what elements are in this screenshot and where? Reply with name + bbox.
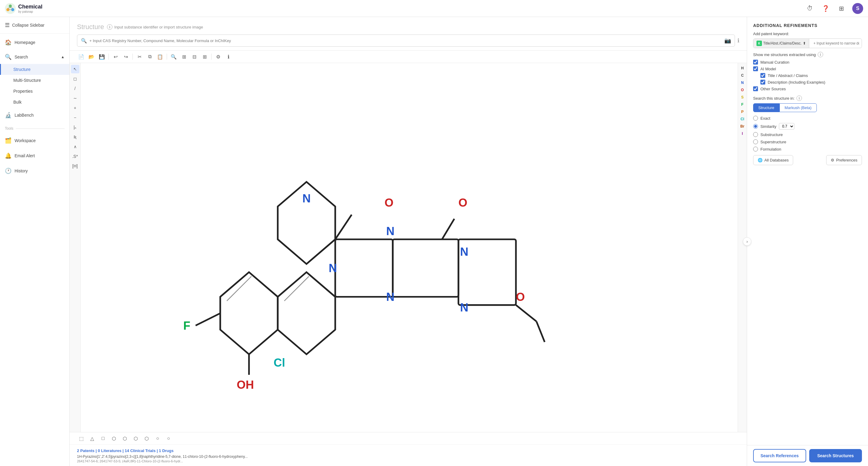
description-checkbox[interactable] [761, 80, 765, 85]
atom-o-btn[interactable]: O [739, 87, 746, 93]
copy-btn[interactable]: ⧉ [146, 53, 154, 61]
svg-text:N: N [386, 225, 394, 238]
search-references-btn[interactable]: Search References [753, 449, 806, 462]
atom-cl-btn[interactable]: Cl [739, 116, 746, 122]
save-btn[interactable]: 💾 [98, 53, 106, 61]
atom-btn[interactable]: ∧ [71, 143, 80, 151]
undo-btn[interactable]: ↩ [111, 53, 120, 61]
square-btn[interactable]: □ [99, 434, 107, 443]
heptagon-btn[interactable]: ⬡ [131, 434, 140, 443]
align-h-btn[interactable]: ⊟ [190, 53, 198, 61]
open-btn[interactable]: 📂 [87, 53, 96, 61]
atom-f-btn[interactable]: F [739, 101, 746, 108]
atom-n-btn[interactable]: N [739, 80, 746, 86]
structure-search-input[interactable] [89, 38, 722, 43]
atom-c-btn[interactable]: C [739, 72, 746, 79]
settings-btn[interactable]: ⚙ [214, 53, 222, 61]
search-input-wrap[interactable]: 🔍 📷 [77, 35, 735, 46]
zoom-out-btn[interactable]: − [71, 113, 80, 122]
triangle-btn[interactable]: △ [88, 434, 96, 443]
similarity-radio[interactable] [753, 124, 758, 129]
timer-icon[interactable]: ⏱ [805, 4, 815, 13]
preferences-btn[interactable]: ⚙ Preferences [826, 155, 862, 165]
sidebar-item-homepage[interactable]: 🏠 Homepage [0, 35, 69, 50]
pentagon-btn[interactable]: ⬡ [110, 434, 118, 443]
circle-btn[interactable]: ○ [153, 434, 162, 443]
apps-icon[interactable]: ⊞ [836, 4, 846, 13]
collapse-sidebar-btn[interactable]: ☰ Collapse Sidebar [0, 17, 69, 34]
sidebar-item-multi-structure[interactable]: Multi-Structure [0, 75, 69, 86]
zoom-in-btn[interactable]: + [71, 104, 80, 112]
cut-btn[interactable]: ✂ [135, 53, 144, 61]
search-structures-btn[interactable]: Search Structures [809, 449, 862, 462]
erase-tool-btn[interactable]: ◻ [71, 74, 80, 83]
manual-curation-checkbox[interactable] [753, 60, 758, 65]
search-in-info-icon[interactable]: ℹ [797, 95, 802, 101]
paste-btn[interactable]: 📋 [156, 53, 164, 61]
drawing-area-wrap: ↖ ◻ / ∼ + − |ₙ Ʀ ∧ .S* [H] [70, 63, 747, 432]
checkbox-manual-curation: Manual Curation [753, 60, 862, 65]
keyword-section-label: Add patent keyword: [753, 32, 862, 36]
formulation-radio[interactable] [753, 147, 758, 152]
structures-info-icon[interactable]: ℹ [818, 52, 823, 57]
compound-stats-link[interactable]: 2 Patents | 0 Literatures | 14 Clinical … [77, 448, 174, 453]
atom-h-btn[interactable]: H [739, 65, 746, 71]
toolbar-sep-1 [108, 54, 109, 60]
align-v-btn[interactable]: ⊞ [200, 53, 209, 61]
sgroup-btn[interactable]: .S* [71, 152, 80, 161]
select-tool-btn[interactable]: ↖ [71, 65, 80, 73]
sidebar-item-history[interactable]: 🕐 History [0, 163, 69, 179]
h-btn[interactable]: [H] [71, 162, 80, 170]
panel-toggle-btn[interactable]: › [743, 237, 751, 246]
hexagon-btn[interactable]: ⬡ [121, 434, 129, 443]
nav-icons: ⏱ ❓ ⊞ S [805, 3, 863, 14]
sidebar-item-structure[interactable]: Structure [0, 64, 69, 75]
atom-s-btn[interactable]: S [739, 94, 746, 101]
search-type-radio-group: Exact Similarity 0.7 0.8 0.9 1.0 Substru… [753, 116, 862, 152]
ellipse-btn[interactable]: ○ [164, 434, 173, 443]
title-abstract-checkbox[interactable] [761, 73, 765, 78]
chain-tool-btn[interactable]: ∼ [71, 94, 80, 102]
other-sources-checkbox[interactable] [753, 86, 758, 91]
r-group-btn[interactable]: Ʀ [71, 133, 80, 141]
sidebar-item-email-alert[interactable]: 🔔 Email Alert [0, 148, 69, 163]
sidebar-item-workspace[interactable]: 🗂️ Workspace [0, 133, 69, 148]
all-databases-btn[interactable]: 🌐 All Databases [753, 155, 793, 165]
new-file-btn[interactable]: 📄 [77, 53, 86, 61]
help-icon[interactable]: ❓ [821, 4, 830, 13]
structure-info-icon[interactable]: ℹ [107, 24, 113, 30]
checkbox-description: Description (Including Examples) [753, 80, 862, 85]
superstructure-radio[interactable] [753, 139, 758, 144]
search-info-btn[interactable]: ℹ [737, 37, 740, 44]
atom-i-btn[interactable]: I [739, 130, 746, 137]
sidebar-item-search[interactable]: 🔍 Search ▲ [0, 50, 69, 64]
sidebar-item-bulk[interactable]: Bulk [0, 97, 69, 107]
atom-p-btn[interactable]: P [739, 108, 746, 115]
select-rect-btn[interactable]: ⬚ [77, 434, 86, 443]
grid-btn[interactable]: ⊞ [180, 53, 188, 61]
sidebar-item-properties[interactable]: Properties [0, 86, 69, 97]
compound-info: 2 Patents | 0 Literatures | 14 Clinical … [70, 444, 747, 466]
info-btn[interactable]: ℹ [224, 53, 233, 61]
keyword-input-field[interactable] [811, 39, 862, 47]
tab-structure-btn[interactable]: Structure [753, 103, 779, 112]
redo-btn[interactable]: ↪ [122, 53, 130, 61]
exact-radio[interactable] [753, 116, 758, 121]
description-label: Description (Including Examples) [768, 80, 825, 85]
tab-markush-btn[interactable]: Markush (Beta) [779, 103, 817, 112]
svg-text:N: N [303, 192, 311, 205]
substructure-radio[interactable] [753, 132, 758, 137]
atom-br-btn[interactable]: Br [739, 123, 746, 130]
bond-tool-btn[interactable]: / [71, 84, 80, 93]
right-atom-letters: H C N O S F P Cl Br I [738, 63, 747, 432]
sidebar-item-labbench[interactable]: 🔬 LabBench [0, 107, 69, 123]
user-avatar[interactable]: S [852, 3, 863, 14]
bracket-btn[interactable]: |ₙ [71, 123, 80, 131]
molecule-canvas[interactable]: N N N N N N O O O [81, 63, 738, 432]
keyword-dropdown-btn[interactable]: K Title/Abst./Claims/Desc. ⬆ [753, 39, 809, 48]
zoom-btn[interactable]: 🔍 [169, 53, 178, 61]
octagon-btn[interactable]: ⬡ [143, 434, 151, 443]
camera-icon[interactable]: 📷 [724, 37, 731, 44]
similarity-value-select[interactable]: 0.7 0.8 0.9 1.0 [779, 123, 794, 130]
ai-model-checkbox[interactable] [753, 66, 758, 71]
